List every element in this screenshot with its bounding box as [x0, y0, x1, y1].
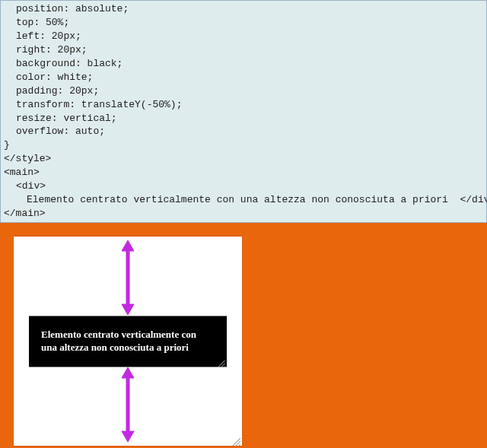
resize-handle-icon[interactable]	[233, 437, 240, 444]
svg-line-5	[224, 366, 225, 367]
svg-line-11	[239, 444, 240, 446]
svg-marker-2	[122, 304, 134, 315]
code-line: resize: vertical;	[4, 113, 117, 124]
centered-box: Elemento centrato verticalmente con una …	[29, 316, 227, 367]
code-line: Elemento centrato verticalmente con una …	[4, 194, 487, 205]
centered-box-text: Elemento centrato verticalmente con una …	[41, 329, 196, 354]
code-line: transform: translateY(-50%);	[4, 99, 182, 110]
code-line: padding: 20px;	[4, 85, 99, 97]
code-line: right: 20px;	[4, 44, 88, 56]
preview-main-element: Elemento centrato verticalmente con una …	[14, 237, 242, 446]
svg-marker-8	[122, 431, 134, 442]
code-line: left: 20px;	[4, 30, 81, 42]
code-line: background: black;	[4, 58, 123, 69]
code-line: </style>	[4, 153, 51, 164]
code-line: color: white;	[4, 71, 93, 83]
vertical-distance-arrow-top	[119, 240, 137, 315]
code-block: position: absolute; top: 50%; left: 20px…	[0, 0, 487, 223]
code-line: overflow: auto;	[4, 126, 105, 137]
code-line: <div>	[4, 180, 46, 192]
svg-marker-7	[122, 367, 134, 378]
code-line: <main>	[4, 167, 40, 178]
vertical-distance-arrow-bottom	[119, 367, 137, 442]
resize-handle-icon[interactable]	[218, 357, 225, 365]
svg-marker-1	[122, 240, 134, 251]
preview-area: Elemento centrato verticalmente con una …	[0, 223, 487, 448]
code-line: </main>	[4, 208, 46, 219]
code-line: position: absolute;	[4, 3, 129, 14]
code-line: top: 50%;	[4, 17, 69, 28]
code-line: }	[4, 139, 10, 151]
